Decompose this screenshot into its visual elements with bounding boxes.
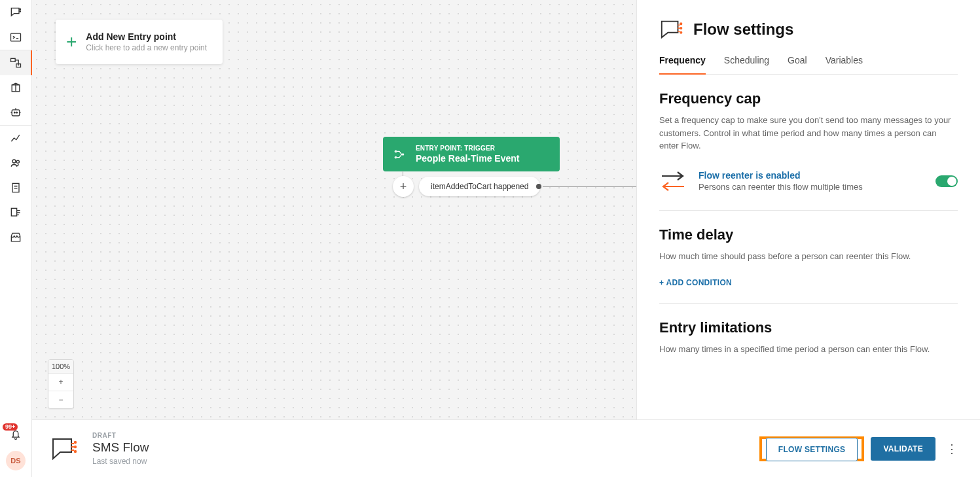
panel-header: Flow settings (659, 18, 958, 41)
validate-button[interactable]: VALIDATE (871, 437, 935, 461)
flow-icon (50, 436, 79, 461)
settings-tabs: Frequency Scheduling Goal Variables (659, 55, 958, 75)
svg-rect-12 (11, 208, 16, 216)
footer: DRAFT SMS Flow Last saved now FLOW SETTI… (32, 419, 980, 477)
rail-bot-icon[interactable] (0, 100, 31, 125)
footer-actions: FLOW SETTINGS VALIDATE ⋮ (759, 436, 962, 461)
svg-point-13 (395, 150, 397, 152)
flow-canvas[interactable]: + Add New Entry point Click here to add … (32, 0, 636, 419)
rail-analytics-icon[interactable] (0, 126, 31, 150)
zoom-out-button[interactable]: − (48, 391, 73, 408)
rail-bell-icon[interactable]: 99+ (0, 422, 31, 447)
tab-variables[interactable]: Variables (826, 55, 863, 75)
trigger-label: ENTRY POINT: TRIGGER (416, 145, 549, 152)
trigger-event-icon (392, 147, 407, 162)
entry-card-title: Add New Entry point (86, 31, 207, 42)
add-step-button[interactable]: + (393, 176, 414, 197)
svg-point-8 (16, 112, 18, 113)
more-menu-icon[interactable]: ⋮ (942, 442, 962, 456)
svg-point-1 (20, 11, 21, 12)
plus-icon: + (66, 33, 77, 51)
reenter-arrows-icon (659, 169, 687, 193)
entry-card-subtitle: Click here to add a new entry point (86, 43, 207, 52)
svg-point-19 (74, 440, 77, 443)
rail-chat-icon[interactable] (0, 0, 31, 25)
svg-point-0 (20, 9, 21, 10)
svg-rect-6 (12, 110, 20, 116)
entry-lim-title: Entry limitations (659, 319, 958, 336)
add-entry-point-card[interactable]: + Add New Entry point Click here to add … (56, 20, 223, 64)
time-delay-section: Time delay How much time should pass bef… (659, 211, 958, 263)
nav-rail: 99+ DS (0, 0, 32, 477)
rail-report-icon[interactable] (0, 200, 31, 225)
trigger-node[interactable]: ENTRY POINT: TRIGGER People Real-Time Ev… (383, 137, 560, 171)
svg-point-17 (680, 27, 682, 29)
svg-rect-3 (11, 58, 16, 62)
event-pill[interactable]: itemAddedToCart happened (419, 177, 540, 196)
tab-frequency[interactable]: Frequency (659, 55, 706, 75)
tab-scheduling[interactable]: Scheduling (724, 55, 769, 75)
freq-title: Frequency cap (659, 90, 958, 107)
delay-desc: How much time should pass before a perso… (659, 250, 958, 263)
rail-terminal-icon[interactable] (0, 25, 31, 50)
highlight-box: FLOW SETTINGS (759, 436, 865, 461)
footer-meta: DRAFT SMS Flow Last saved now (92, 432, 746, 466)
trigger-title: People Real-Time Event (416, 153, 549, 164)
rail-people-icon[interactable] (0, 150, 31, 175)
rail-doc-icon[interactable] (0, 175, 31, 200)
reenter-toggle[interactable] (935, 175, 958, 187)
svg-point-21 (74, 450, 77, 452)
app-root: 99+ DS + Add New Entry point Click here … (0, 0, 980, 477)
user-avatar[interactable]: DS (6, 451, 26, 470)
freq-desc: Set a frequency cap to make sure you don… (659, 114, 958, 152)
svg-point-9 (12, 160, 16, 163)
zoom-control: 100% + − (48, 359, 74, 409)
panel-title: Flow settings (693, 20, 793, 39)
flow-connector (543, 186, 636, 187)
svg-point-10 (16, 160, 19, 163)
reenter-row: Flow reenter is enabled Persons can reen… (659, 152, 958, 211)
main: + Add New Entry point Click here to add … (32, 0, 980, 477)
zoom-level: 100% (48, 360, 73, 374)
entry-limitations-section: Entry limitations How many times in a sp… (659, 303, 958, 356)
child-row: + itemAddedToCart happened (393, 176, 540, 197)
flow-title: SMS Flow (92, 440, 746, 455)
reenter-sub: Persons can reenter this flow multiple t… (699, 182, 924, 192)
svg-point-16 (680, 22, 682, 25)
flow-status: DRAFT (92, 432, 746, 439)
rail-store-icon[interactable] (0, 225, 31, 250)
settings-panel: Flow settings Frequency Scheduling Goal … (636, 0, 980, 419)
tab-goal[interactable]: Goal (788, 55, 807, 75)
zoom-in-button[interactable]: + (48, 374, 73, 391)
rail-flow-icon[interactable] (0, 50, 31, 75)
canvas-wrap: + Add New Entry point Click here to add … (32, 0, 980, 419)
svg-point-14 (395, 156, 397, 158)
add-condition-button[interactable]: + ADD CONDITION (659, 262, 958, 303)
svg-point-18 (680, 31, 682, 34)
svg-rect-11 (12, 183, 19, 192)
last-saved: Last saved now (92, 457, 746, 466)
delay-title: Time delay (659, 226, 958, 243)
bell-badge: 99+ (3, 423, 18, 431)
reenter-title: Flow reenter is enabled (699, 170, 924, 181)
flow-settings-icon (659, 18, 684, 41)
flow-settings-button[interactable]: FLOW SETTINGS (766, 438, 858, 461)
rail-package-icon[interactable] (0, 75, 31, 100)
svg-point-20 (74, 445, 77, 448)
svg-rect-2 (11, 33, 21, 41)
entry-lim-desc: How many times in a specified time perio… (659, 343, 958, 356)
frequency-cap-section: Frequency cap Set a frequency cap to mak… (659, 75, 958, 152)
svg-point-7 (14, 112, 16, 113)
